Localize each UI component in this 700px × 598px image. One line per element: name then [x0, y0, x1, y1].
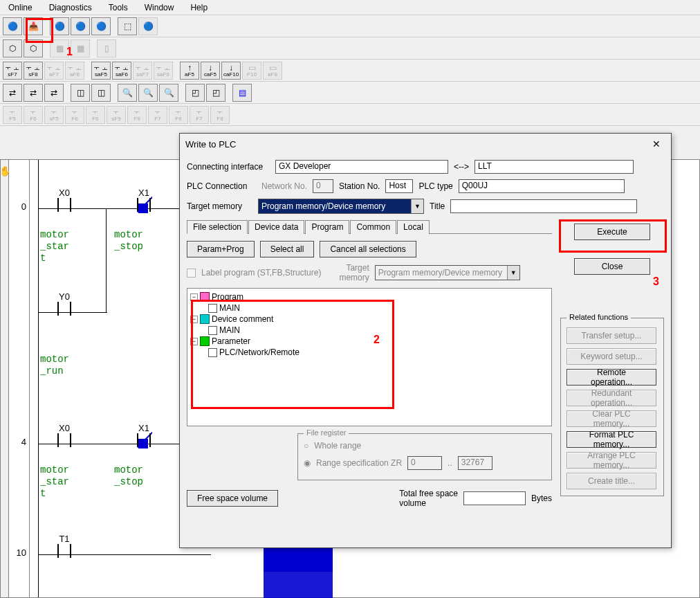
target-mem-dropdown[interactable]: Program memory/Device memory ▼	[258, 199, 424, 214]
tb3-saf7[interactable]: ⫟⫠saF7	[133, 62, 152, 80]
menu-diagnostics[interactable]: Diagnostics	[45, 1, 96, 14]
tab-device-data[interactable]: Device data	[248, 220, 304, 234]
tb5-3[interactable]: ⫟F6	[65, 106, 84, 124]
tb3-af7[interactable]: ⫟⫠aF7	[44, 62, 64, 80]
close-button[interactable]: Close	[574, 258, 650, 275]
target-mem-label: Target memory	[187, 201, 252, 211]
contact-x0-2[interactable]: X0	[50, 423, 78, 447]
tb4-d[interactable]: ◫	[71, 84, 90, 102]
tb4-a[interactable]: ⇄	[3, 84, 22, 102]
tb3-sf8[interactable]: ⫟⫠sF8	[24, 62, 43, 80]
tb3-caf10[interactable]: ↓caF10	[221, 62, 241, 80]
tb2-btn-e[interactable]: ▯	[97, 39, 116, 57]
tb4-k[interactable]: ▤	[232, 84, 252, 102]
contact-y0[interactable]: Y0	[50, 291, 78, 316]
net-no-label: Network No.	[261, 181, 307, 191]
tb5-6[interactable]: ⫟F9	[127, 106, 147, 124]
tb4-e[interactable]: ◫	[91, 84, 111, 102]
tree-label: MAIN	[219, 325, 240, 335]
menu-online[interactable]: Online	[4, 1, 37, 14]
tb3-saf8[interactable]: ⫟⫠saF8	[154, 62, 173, 80]
file-register-group: File register ○ Whole range ◉ Range spec…	[297, 433, 552, 480]
tab-program[interactable]: Program	[305, 220, 349, 234]
tb4-i[interactable]: ◰	[185, 84, 205, 102]
tb2-btn-a[interactable]: ⬡	[3, 39, 22, 57]
tb3-af5[interactable]: ↑aF5	[180, 62, 199, 80]
tb3-f10[interactable]: ▭F10	[242, 62, 261, 80]
tree-parameter[interactable]: − Parameter	[190, 336, 549, 347]
menu-tools[interactable]: Tools	[104, 1, 132, 14]
toolbar-1: 🔵 📥 🔵 🔵 🔵 ⬚ 🔵	[0, 15, 700, 37]
tb2-btn-d[interactable]: ▦	[71, 39, 90, 57]
tree-checkbox[interactable]	[208, 348, 217, 357]
btn-cancel-all[interactable]: Cancel all selections	[320, 241, 416, 257]
tb5-0[interactable]: ⫟F5	[3, 106, 22, 124]
tb5-9[interactable]: ⫟F7	[190, 106, 209, 124]
fall-icon: ↓	[208, 64, 212, 72]
tb1-btn-g[interactable]: 🔵	[138, 17, 158, 35]
llt-field: LLT	[475, 160, 634, 174]
tb1-btn-a[interactable]: 🔵	[3, 17, 22, 35]
tb4-h[interactable]: 🔍	[159, 84, 178, 102]
tb5-7[interactable]: ⫟F7	[148, 106, 167, 124]
tree-program[interactable]: − Program	[190, 291, 549, 302]
conn-iface-field: GX Developer	[275, 160, 448, 174]
tb5-1[interactable]: ⫟F6	[24, 106, 43, 124]
tb4-g[interactable]: 🔍	[138, 84, 158, 102]
title-field[interactable]	[450, 199, 637, 213]
file-tree[interactable]: − Program MAIN −	[187, 288, 552, 426]
tab-common[interactable]: Common	[350, 220, 396, 234]
tb5-10[interactable]: ⫟F8	[210, 106, 230, 124]
tab-file-selection[interactable]: File selection	[187, 220, 248, 234]
tb5-2[interactable]: ⫟sF5	[44, 106, 64, 124]
tb1-btn-f[interactable]: ⬚	[118, 17, 137, 35]
tree-device-comment[interactable]: − Device comment	[190, 314, 549, 325]
tb1-btn-e[interactable]: 🔵	[91, 17, 111, 35]
tb4-j[interactable]: ◰	[206, 84, 225, 102]
contact-icon: ⫟⫠	[134, 64, 151, 72]
btn-format-plc[interactable]: Format PLC memory...	[567, 431, 656, 448]
tab-local[interactable]: Local	[397, 220, 430, 234]
tree-checkbox[interactable]	[208, 326, 217, 335]
menu-help[interactable]: Help	[186, 1, 212, 14]
tb4-b[interactable]: ⇄	[24, 84, 43, 102]
convert-icon: ⇄	[50, 89, 57, 97]
tb1-btn-c[interactable]: 🔵	[50, 17, 69, 35]
tb5-4[interactable]: ⫟F6	[86, 106, 105, 124]
tb4-f[interactable]: 🔍	[118, 84, 137, 102]
tree-main-1[interactable]: MAIN	[208, 302, 549, 314]
btn-clear-plc: Clear PLC memory...	[567, 410, 656, 427]
tb3-saf5[interactable]: ⫟⫠saF5	[91, 62, 111, 80]
tree-plc-network[interactable]: PLC/Network/Remote	[208, 347, 549, 358]
tb2-btn-b[interactable]: ⬡	[24, 39, 43, 57]
tb4-c[interactable]: ⇄	[44, 84, 64, 102]
dialog-close-button[interactable]: ✕	[647, 136, 665, 152]
write-to-plc-dialog: Write to PLC ✕ Connecting interface GX D…	[179, 133, 672, 548]
collapse-icon[interactable]: −	[190, 316, 198, 323]
net-no-field: 0	[313, 179, 333, 193]
tb3-af9[interactable]: ▭aF9	[263, 62, 282, 80]
contact-t1[interactable]: T1	[50, 534, 78, 558]
chevron-down-icon: ▼	[411, 199, 423, 213]
execute-button[interactable]: Execute	[574, 224, 650, 240]
tb3-saf6[interactable]: ⫟⫠saF6	[112, 62, 131, 80]
btn-param-prog[interactable]: Param+Prog	[187, 241, 255, 257]
btn-select-all[interactable]: Select all	[260, 241, 315, 257]
tb3-sf7[interactable]: ⫟⫠sF7	[3, 62, 22, 80]
btn-remote-operation[interactable]: Remote operation...	[567, 369, 656, 386]
menu-window[interactable]: Window	[140, 1, 178, 14]
tb1-btn-d[interactable]: 🔵	[71, 17, 90, 35]
contact-icon: ⫟	[71, 108, 79, 116]
btn-free-space[interactable]: Free space volume	[187, 490, 278, 507]
tb3-af8[interactable]: ⫟⫠aF8	[65, 62, 84, 80]
tree-checkbox[interactable]	[208, 304, 217, 313]
contact-x0-1[interactable]: X0	[50, 188, 78, 212]
zoom-icon: ◰	[212, 89, 220, 97]
collapse-icon[interactable]: −	[190, 338, 198, 345]
tb5-8[interactable]: ⫟F8	[169, 106, 188, 124]
tb5-5[interactable]: ⫟sF9	[107, 106, 126, 124]
tb3-caf5[interactable]: ↓caF5	[201, 62, 220, 80]
collapse-icon[interactable]: −	[190, 293, 198, 301]
tb1-write-plc[interactable]: 📥	[24, 17, 43, 35]
range-to-field: 32767	[458, 456, 492, 470]
